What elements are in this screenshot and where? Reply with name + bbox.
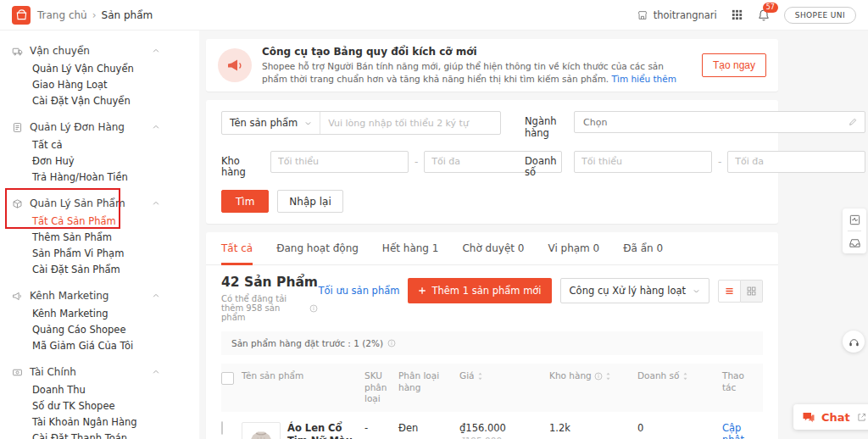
sidebar-item-product-settings[interactable]: Cài Đặt Sản Phẩm <box>12 262 199 278</box>
create-now-button[interactable]: Tạo ngay <box>702 53 766 77</box>
notification-badge: 57 <box>763 3 778 13</box>
optimize-products-link[interactable]: Tối ưu sản phẩm <box>318 285 399 297</box>
pencil-icon[interactable] <box>848 117 858 127</box>
select-all-checkbox[interactable] <box>221 372 234 385</box>
category-label: Ngành hàng <box>525 111 567 140</box>
header-stock[interactable]: Kho hàng <box>549 370 637 382</box>
learn-more-link[interactable]: Tìm hiểu thêm <box>612 74 676 84</box>
search-type-select[interactable]: Tên sản phẩm <box>222 112 320 134</box>
stock-filter: Kho hàng - <box>221 151 501 180</box>
product-tabs: Tất cả Đang hoạt động Hết hàng 1 Chờ duy… <box>206 232 778 265</box>
search-input[interactable] <box>320 112 500 134</box>
breadcrumb-current: Sản phẩm <box>102 9 153 21</box>
table-header: Tên sản phẩm SKU phân loại Phân loại hàn… <box>221 364 763 412</box>
batch-tools-dropdown[interactable]: Công cụ Xử lý hàng loạt <box>560 278 709 303</box>
category-box[interactable] <box>574 111 865 133</box>
sidebar-section-products-header[interactable]: Quản Lý Sản Phẩm <box>12 195 199 212</box>
category-input[interactable] <box>581 116 848 129</box>
grid-view-button[interactable] <box>741 280 763 303</box>
user-menu[interactable]: thoitrangnari <box>637 9 717 21</box>
sales-filter: Doanh số - <box>525 151 865 180</box>
sales-max-input[interactable] <box>727 151 865 173</box>
truck-icon <box>12 46 23 57</box>
product-thumbnail[interactable] <box>242 422 281 439</box>
tab-all[interactable]: Tất cả <box>221 232 253 264</box>
sidebar-item-my-vouchers[interactable]: Mã Giảm Giá Của Tôi <box>12 338 199 354</box>
tab-active[interactable]: Đang hoạt động <box>276 232 359 264</box>
expand-icon[interactable] <box>856 412 867 423</box>
header-price[interactable]: Giá <box>459 370 549 382</box>
add-product-button[interactable]: Thêm 1 sản phẩm mới <box>408 278 551 303</box>
sidebar-section-shipping: Vận chuyển Quản Lý Vận Chuyển Giao Hàng … <box>12 42 199 109</box>
add-product-label: Thêm 1 sản phẩm mới <box>431 285 541 297</box>
search-type-value: Tên sản phẩm <box>230 117 298 129</box>
sales-min-input[interactable] <box>574 151 712 173</box>
tab-out-of-stock[interactable]: Hết hàng 1 <box>382 232 439 264</box>
inbox-icon <box>849 236 861 249</box>
variant-stock: 1.2k <box>549 422 637 439</box>
sidebar-item-all-products[interactable]: Tất Cả Sản Phẩm <box>12 214 199 230</box>
header-actions: Thao tác <box>722 370 763 393</box>
sidebar-item-orders-returns[interactable]: Trả Hàng/Hoàn Tiền <box>12 169 199 186</box>
sidebar-item-orders-cancelled[interactable]: Đơn Huỷ <box>12 153 199 169</box>
survey-button[interactable] <box>843 208 866 231</box>
tab-hidden[interactable]: Đã ẩn 0 <box>623 232 663 264</box>
variant-rows: - Đen ₫156.000 ₫195.000 2 Ưu đãi 1.2k <box>364 422 722 439</box>
reset-button[interactable]: Nhập lại <box>277 190 342 213</box>
apps-grid-icon[interactable] <box>731 8 743 21</box>
sidebar-item-payment-settings[interactable]: Cài Đặt Thanh Toán <box>12 431 199 439</box>
tab-violation[interactable]: Vi phạm 0 <box>548 232 599 264</box>
section-title: Kênh Marketing <box>30 290 109 302</box>
header-variant: Phân loại hàng <box>398 370 459 393</box>
row-checkbox[interactable] <box>221 421 223 435</box>
stock-min-input[interactable] <box>270 151 409 173</box>
megaphone-icon <box>12 291 23 302</box>
size-chart-banner: Công cụ tạo Bảng quy đổi kích cỡ mới Sho… <box>206 39 778 92</box>
chat-widget[interactable]: Chat <box>793 404 868 430</box>
chevron-down-icon <box>693 287 700 295</box>
shopee-logo[interactable] <box>12 6 31 25</box>
sidebar: Vận chuyển Quản Lý Vận Chuyển Giao Hàng … <box>0 31 199 439</box>
headset-icon <box>848 336 860 348</box>
support-button[interactable] <box>843 331 865 353</box>
plus-icon <box>418 286 426 295</box>
sidebar-item-violating-products[interactable]: Sản Phẩm Vi Phạm <box>12 246 199 262</box>
sidebar-section-shipping-header[interactable]: Vận chuyển <box>12 42 199 59</box>
sidebar-item-shipping-management[interactable]: Quản Lý Vận Chuyển <box>12 61 199 77</box>
product-cell: Áo Len Cổ Tim Nữ Màu Trơn Inari 262 SKU … <box>242 422 364 439</box>
chat-label: Chat <box>821 411 850 424</box>
section-title: Vận chuyển <box>30 45 90 57</box>
sidebar-item-add-product[interactable]: Thêm Sản Phẩm <box>12 230 199 246</box>
sidebar-item-marketing-channel[interactable]: Kênh Marketing <box>12 306 199 322</box>
top-bar: Trang chủ › Sản phẩm thoitrangnari 57 SH… <box>0 0 868 31</box>
sidebar-item-bank-account[interactable]: Tài Khoản Ngân Hàng <box>12 414 199 431</box>
search-button[interactable]: Tìm <box>221 190 269 213</box>
stock-label: Kho hàng <box>221 151 264 180</box>
header-name: Tên sản phẩm <box>242 370 364 382</box>
sidebar-section-products: Quản Lý Sản Phẩm Tất Cả Sản Phẩm Thêm Sả… <box>12 195 199 278</box>
sidebar-item-shipping-settings[interactable]: Cài Đặt Vận Chuyển <box>12 93 199 109</box>
breadcrumb-home[interactable]: Trang chủ <box>37 9 87 21</box>
update-link[interactable]: Cập nhật <box>722 422 751 439</box>
sidebar-section-marketing-header[interactable]: Kênh Marketing <box>12 287 199 304</box>
sidebar-item-orders-all[interactable]: Tất cả <box>12 137 199 153</box>
chevron-up-icon <box>152 368 160 376</box>
notifications-button[interactable]: 57 <box>757 8 771 22</box>
sidebar-section-orders-header[interactable]: Quản Lý Đơn Hàng <box>12 119 199 136</box>
sidebar-item-revenue[interactable]: Doanh Thu <box>12 382 199 398</box>
tab-pending-review[interactable]: Chờ duyệt 0 <box>462 232 524 264</box>
topbar-actions: thoitrangnari 57 SHOPEE UNI <box>637 7 856 24</box>
header-sales[interactable]: Doanh số <box>637 370 722 382</box>
breadcrumb-separator: › <box>92 9 97 21</box>
sidebar-item-shopee-ads[interactable]: Quảng Cáo Shopee <box>12 322 199 338</box>
inbox-button[interactable] <box>843 231 866 253</box>
sales-label: Doanh số <box>525 151 567 180</box>
batch-tools-label: Công cụ Xử lý hàng loạt <box>570 285 686 297</box>
section-title: Quản Lý Đơn Hàng <box>30 121 125 133</box>
shopee-uni-button[interactable]: SHOPEE UNI <box>784 7 856 24</box>
product-name[interactable]: Áo Len Cổ Tim Nữ Màu Trơn Inari 262 <box>287 422 358 439</box>
list-view-button[interactable] <box>718 280 741 303</box>
sidebar-item-mass-shipping[interactable]: Giao Hàng Loạt <box>12 77 199 93</box>
sidebar-item-shopee-balance[interactable]: Số dư TK Shopee <box>12 398 199 414</box>
sidebar-section-finance-header[interactable]: Tài Chính <box>12 364 199 381</box>
